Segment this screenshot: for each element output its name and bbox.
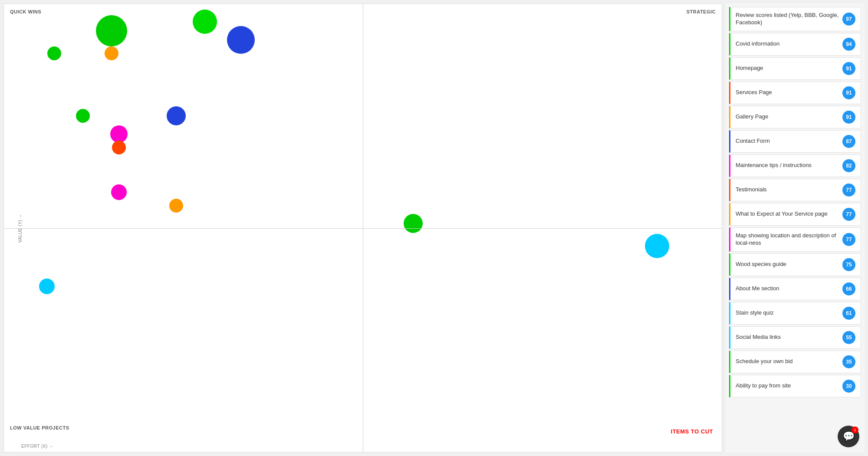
sidebar-item-maintenance-tips[interactable]: Maintenance tips / instructions82 [729, 154, 861, 177]
sidebar-badge-maintenance-tips: 82 [842, 159, 855, 172]
sidebar-badge-social-media: 55 [842, 331, 855, 344]
bubble-b6[interactable] [76, 109, 90, 123]
sidebar-item-wood-species[interactable]: Wood species guide75 [729, 253, 861, 276]
bubble-b4[interactable] [47, 46, 61, 60]
bubble-b1[interactable] [96, 15, 127, 46]
bubble-b2[interactable] [193, 10, 217, 34]
sidebar-badge-schedule-bid: 35 [842, 355, 855, 368]
quadrant-label-quick-wins: QUICK WINS [10, 9, 41, 14]
sidebar-item-social-media[interactable]: Social Media links55 [729, 326, 861, 349]
sidebar-item-label-wood-species: Wood species guide [736, 261, 839, 268]
sidebar-item-label-homepage: Homepage [736, 65, 839, 72]
chat-button[interactable]: 💬 1 [838, 426, 859, 447]
sidebar-badge-gallery-page: 91 [842, 111, 855, 124]
bubble-b7[interactable] [167, 106, 186, 125]
sidebar-badge-homepage: 91 [842, 62, 855, 75]
sidebar-item-label-about-me: About Me section [736, 285, 839, 292]
sidebar-badge-testimonials: 77 [842, 184, 855, 197]
sidebar-item-what-to-expect[interactable]: What to Expect at Your Service page77 [729, 203, 861, 226]
sidebar-item-testimonials[interactable]: Testimonials77 [729, 179, 861, 201]
sidebar-item-label-maintenance-tips: Maintenance tips / instructions [736, 162, 839, 169]
sidebar-badge-about-me: 66 [842, 282, 855, 295]
sidebar-item-label-services-page: Services Page [736, 89, 839, 96]
sidebar-badge-map-location: 77 [842, 233, 855, 246]
bubble-b14[interactable] [39, 279, 55, 294]
sidebar-item-label-stain-quiz: Stain style quiz [736, 309, 839, 317]
quadrant-label-low-value: LOW VALUE PROJECTS [10, 425, 69, 430]
chat-notification-badge: 1 [852, 426, 858, 433]
bubble-b10[interactable] [111, 184, 127, 200]
bubble-b9[interactable] [112, 141, 126, 154]
sidebar-badge-services-page: 91 [842, 86, 855, 99]
sidebar-item-map-location[interactable]: Map showing location and description of … [729, 227, 861, 252]
sidebar-item-label-social-media: Social Media links [736, 334, 839, 341]
bubble-b13[interactable] [645, 234, 669, 258]
sidebar-item-label-schedule-bid: Schedule your own bid [736, 358, 839, 365]
x-axis-label: EFFORT (X) → [21, 444, 54, 449]
sidebar-item-stain-quiz[interactable]: Stain style quiz61 [729, 302, 861, 325]
sidebar-badge-stain-quiz: 61 [842, 307, 855, 320]
sidebar-item-label-map-location: Map showing location and description of … [736, 232, 839, 247]
bubble-b3[interactable] [227, 26, 255, 54]
sidebar-item-review-scores[interactable]: Review scores listed (Yelp, BBB, Google,… [729, 7, 861, 31]
sidebar-item-label-ability-to-pay: Ability to pay from site [736, 382, 839, 390]
sidebar-item-homepage[interactable]: Homepage91 [729, 57, 861, 80]
sidebar-item-label-what-to-expect: What to Expect at Your Service page [736, 210, 839, 218]
sidebar-badge-contact-form: 87 [842, 135, 855, 148]
sidebar-item-schedule-bid[interactable]: Schedule your own bid35 [729, 351, 861, 373]
sidebar-item-label-testimonials: Testimonials [736, 186, 839, 194]
sidebar-item-contact-form[interactable]: Contact Form87 [729, 130, 861, 153]
sidebar-item-label-review-scores: Review scores listed (Yelp, BBB, Google,… [736, 12, 839, 26]
sidebar-badge-wood-species: 75 [842, 258, 855, 271]
y-axis-label: VALUE (Y) → [18, 213, 23, 242]
chart-area: QUICK WINS STRATEGIC LOW VALUE PROJECTS … [3, 3, 722, 453]
sidebar-item-label-contact-form: Contact Form [736, 138, 839, 145]
items-to-cut-label: ITEMS TO CUT [671, 428, 713, 435]
sidebar-item-services-page[interactable]: Services Page91 [729, 82, 861, 104]
sidebar-badge-what-to-expect: 77 [842, 208, 855, 221]
sidebar-item-covid-info[interactable]: Covid information94 [729, 33, 861, 56]
sidebar-item-ability-to-pay[interactable]: Ability to pay from site30 [729, 375, 861, 397]
sidebar-item-label-gallery-page: Gallery Page [736, 113, 839, 121]
sidebar: Review scores listed (Yelp, BBB, Google,… [726, 3, 865, 453]
sidebar-item-about-me[interactable]: About Me section66 [729, 278, 861, 300]
sidebar-badge-review-scores: 97 [842, 13, 855, 26]
sidebar-badge-ability-to-pay: 30 [842, 380, 855, 393]
bubble-b12[interactable] [404, 214, 423, 233]
sidebar-badge-covid-info: 94 [842, 38, 855, 51]
bubble-b11[interactable] [169, 199, 183, 213]
sidebar-item-gallery-page[interactable]: Gallery Page91 [729, 106, 861, 128]
quadrant-label-strategic: STRATEGIC [687, 9, 716, 14]
sidebar-item-label-covid-info: Covid information [736, 40, 839, 48]
bubble-b5[interactable] [105, 46, 118, 60]
